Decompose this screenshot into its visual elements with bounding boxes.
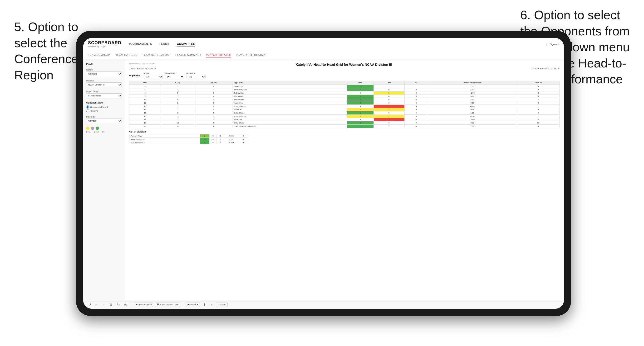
back-icon[interactable]: ‹ bbox=[94, 303, 100, 306]
division-label: Division bbox=[86, 80, 122, 82]
colour-down bbox=[86, 127, 90, 130]
table-row: 20117 Federica Domecq Lacroze 210 1.336 bbox=[130, 125, 560, 128]
conference-select[interactable]: (All) bbox=[165, 75, 184, 79]
last-updated: Last Updated: 27/03/2024 08:44 bbox=[129, 63, 156, 65]
opponent-label: Opponent bbox=[186, 72, 206, 74]
top-100-radio[interactable]: Top 100 bbox=[86, 109, 122, 112]
level-label: Level bbox=[94, 131, 99, 133]
cell-loss bbox=[374, 85, 404, 88]
gender-select[interactable]: Women's bbox=[86, 71, 122, 76]
nav-committee[interactable]: COMMITTEE bbox=[177, 41, 195, 47]
bottom-toolbar: ↺ ‹ › ⊞ ↻ ◷ 👁 View: Original 💾 Save Cust… bbox=[83, 300, 564, 309]
table-row: 19106 Emily Chang 400 0.3011 bbox=[130, 121, 560, 125]
player-field: Player bbox=[86, 63, 122, 65]
clock-icon[interactable]: ◷ bbox=[123, 303, 128, 306]
region-filter: Region (All) bbox=[144, 72, 163, 79]
down-label: Down bbox=[86, 131, 91, 133]
save-icon: 💾 bbox=[157, 304, 160, 306]
table-row: 1822 Euna Lee 020 -5.002 bbox=[130, 118, 560, 121]
logo-subtext: Powered by clippd bbox=[88, 45, 121, 48]
region-select[interactable]: (All) bbox=[144, 75, 163, 79]
table-row: 1311 Jessica Huang 010 -3.002 bbox=[130, 105, 560, 108]
table-row: 1585 Stella Cheng 100 1.254 bbox=[130, 111, 560, 115]
table-row: 1474 Eunice Yi 220 0.389 bbox=[130, 108, 560, 111]
cell-conf: 1 bbox=[195, 85, 232, 88]
out-of-division-body: Foreign Team 1 0 0 4.500 2 NAIA Division… bbox=[130, 134, 248, 144]
th-diff: Diff Av Strokes/Rnd bbox=[428, 81, 517, 85]
table-row: 1063 Andrea York 200 4.004 bbox=[130, 98, 560, 101]
subnav-team-h2h-heatmap[interactable]: TEAM H2H HEATMAP bbox=[142, 52, 170, 57]
opponents-label: Opponents: bbox=[129, 74, 141, 77]
sub-nav: TEAM SUMMARY TEAM H2H GRID TEAM H2H HEAT… bbox=[83, 50, 564, 59]
share-icon: ↗ bbox=[218, 304, 220, 306]
cell-opponent: Esther Lee bbox=[232, 85, 347, 88]
tablet-device: SCOREBOARD Powered by clippd TOURNAMENTS… bbox=[76, 31, 571, 316]
main-content: Player Gender Women's Division NCAA Divi… bbox=[83, 59, 564, 300]
subnav-player-summary[interactable]: PLAYER SUMMARY bbox=[175, 52, 201, 57]
conference-label: Conference bbox=[165, 72, 184, 74]
player-rank-field: Player (Rank) 8. Katelyn Vo bbox=[86, 90, 122, 98]
th-win: Win bbox=[347, 81, 374, 85]
player-label: Player bbox=[86, 63, 122, 65]
division-record: Division Record: 331 - 34 - 6 bbox=[532, 67, 559, 70]
out-of-division-table: Foreign Team 1 0 0 4.500 2 NAIA Division… bbox=[129, 134, 248, 144]
opponent-view-label: Opponent view bbox=[86, 101, 122, 104]
table-row: NAIA Division 1 15 0 0 9.267 30 bbox=[130, 138, 248, 141]
undo-icon[interactable]: ↺ bbox=[87, 303, 92, 306]
records-row: Overall Record: 353 - 34 - 6 Division Re… bbox=[129, 67, 560, 70]
toolbar-divider-2 bbox=[183, 303, 183, 307]
main-table: # Div # Reg # Conf Opponent Win Loss Tie… bbox=[129, 81, 560, 128]
colour-by-select[interactable]: Win/loss bbox=[86, 119, 122, 123]
table-row: 3 3 1 Esther Lee 1 1.50 4 bbox=[130, 85, 560, 88]
copy-icon[interactable]: ⊞ bbox=[108, 303, 114, 306]
player-rank-label: Player (Rank) bbox=[86, 90, 122, 93]
table-row: 633 Sydney Kuo 010 -1.003 bbox=[130, 91, 560, 95]
th-reg: # Reg bbox=[160, 81, 195, 85]
refresh-icon[interactable]: ↻ bbox=[116, 303, 121, 306]
player-rank-select[interactable]: 8. Katelyn Vo bbox=[86, 93, 122, 98]
gender-field: Gender Women's bbox=[86, 69, 122, 76]
chevron-down-icon: ▾ bbox=[197, 304, 198, 306]
table-row: 522 Alexis Sudjianto 100 4.003 bbox=[130, 88, 560, 91]
th-tie: Tie bbox=[404, 81, 428, 85]
subnav-team-summary[interactable]: TEAM SUMMARY bbox=[88, 52, 111, 57]
opponents-played-radio[interactable]: Opponents Played bbox=[86, 105, 122, 109]
opponent-filter: Opponent (All) bbox=[186, 72, 206, 79]
logo: SCOREBOARD Powered by clippd bbox=[88, 40, 121, 48]
cell-rounds: 4 bbox=[517, 85, 560, 88]
forward-icon[interactable]: › bbox=[101, 303, 106, 306]
download-icon[interactable]: ⬇ bbox=[202, 303, 207, 306]
th-div: # Div bbox=[130, 81, 161, 85]
cell-reg: 3 bbox=[160, 85, 195, 88]
logo-text: SCOREBOARD bbox=[88, 40, 121, 45]
colour-by-field: Colour by Win/loss bbox=[86, 116, 122, 123]
nav-right: | Sign out bbox=[546, 43, 559, 46]
colour-legend bbox=[86, 127, 122, 130]
subnav-player-h2h-heatmap[interactable]: PLAYER H2H HEATMAP bbox=[236, 52, 268, 57]
division-select[interactable]: NCAA Division III bbox=[86, 82, 122, 87]
cell-div: 3 bbox=[130, 85, 161, 88]
right-content: Last Updated: 27/03/2024 08:44 Katelyn V… bbox=[125, 59, 564, 300]
content-header: Last Updated: 27/03/2024 08:44 Katelyn V… bbox=[129, 63, 560, 66]
share-btn[interactable]: ↗ Share bbox=[216, 303, 228, 307]
opponent-select[interactable]: (All) bbox=[186, 75, 206, 79]
expand-icon[interactable]: ⤢ bbox=[209, 303, 214, 306]
save-custom-btn[interactable]: 💾 Save Custom View bbox=[155, 303, 180, 307]
table-row: NCAA Division 2 5 0 0 7.400 10 bbox=[130, 141, 248, 144]
eye-icon: 👁 bbox=[188, 304, 190, 306]
nav-teams[interactable]: TEAMS bbox=[159, 41, 170, 47]
cell-win: 1 bbox=[347, 85, 374, 88]
toolbar-divider-1 bbox=[131, 303, 131, 307]
up-label: Up bbox=[102, 131, 105, 133]
watch-btn[interactable]: 👁 Watch ▾ bbox=[186, 303, 200, 307]
subnav-team-h2h-grid[interactable]: TEAM H2H GRID bbox=[116, 52, 138, 57]
sign-out-link[interactable]: Sign out bbox=[550, 43, 559, 46]
table-header: # Div # Reg # Conf Opponent Win Loss Tie… bbox=[130, 81, 560, 85]
view-original-btn[interactable]: 👁 View: Original bbox=[134, 303, 153, 307]
nav-tournaments[interactable]: TOURNAMENTS bbox=[128, 41, 152, 47]
table-row: Foreign Team 1 0 0 4.500 2 bbox=[130, 134, 248, 138]
subnav-player-h2h-grid[interactable]: PLAYER H2H GRID bbox=[206, 52, 231, 57]
nav-items: TOURNAMENTS TEAMS COMMITTEE bbox=[128, 41, 546, 47]
region-label: Region bbox=[144, 72, 163, 74]
opponent-view-radio-group: Opponents Played Top 100 bbox=[86, 105, 122, 112]
